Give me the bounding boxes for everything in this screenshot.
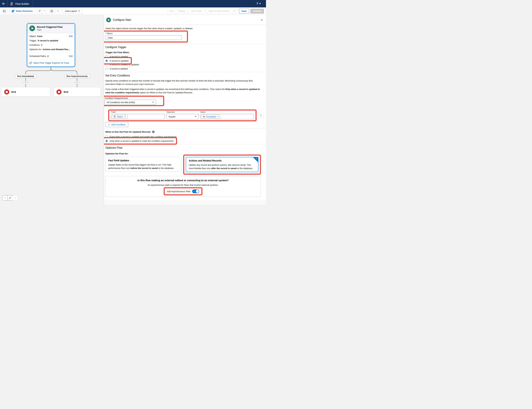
add-element-button-immediate[interactable]: + [24,81,28,84]
annotation-box-add-async-path: Add Asynchronous Path ✓ [164,187,202,195]
end-node-immediate[interactable]: End [1,87,50,96]
undo-button[interactable]: ↶ [37,9,42,14]
conditions-row-label: Conditions: [29,43,40,47]
condition-value-group: Value Aa Escalated ✕ [200,111,254,119]
undo-icon: ↶ [39,9,41,13]
start-node-object-row: Object:Case Edit [29,34,73,38]
when-to-run-options: Every time a record is updated and meets… [105,135,264,145]
disable-elements-button[interactable] [49,9,54,14]
field-pill: Status ✕ [112,115,127,119]
plus-icon: + [108,123,110,126]
header-divider [33,0,33,7]
entry-conditions-heading: Set Entry Conditions [105,74,264,77]
entry-conditions-paragraph-2: If you create a flow that's triggered wh… [105,88,262,94]
divider [104,44,266,44]
annotation-box-only-when-updated: Only when a record is updated to meet th… [104,137,177,145]
trigger-options: A record is created A record is updated … [105,55,264,71]
save-as-new-version-button[interactable]: Save As New Version [206,9,232,14]
scheduled-paths-value: 2 [47,54,49,58]
edit-object-link[interactable]: Edit [69,34,73,38]
help-menu[interactable]: ? [256,2,261,5]
remove-value-icon[interactable]: ✕ [217,115,219,118]
save-button[interactable]: Save [239,9,249,14]
toggle-toolbox-button[interactable] [2,9,7,14]
branch-label-run-asynchronously: Run Asynchronously [64,74,90,78]
view-tests-button[interactable]: View Tests [189,9,204,14]
card-fast-field-updates[interactable]: Fast Field Updates Update fields on the … [105,157,181,172]
toggle-check-icon: ✓ [193,190,195,193]
end-node-async[interactable]: End [54,87,101,96]
select-elements-label: Select Elements [16,10,33,12]
close-icon[interactable]: ✕ [261,18,263,22]
field-list-icon [113,116,116,118]
flow-settings-button[interactable]: ⚙ [55,9,61,14]
zoom-fit-button[interactable] [7,195,13,200]
activate-button[interactable]: Activate [250,9,264,14]
layout-select[interactable]: Auto-Layout [63,9,82,14]
back-arrow-icon [2,2,5,5]
app-title: Flow Builder [15,2,29,5]
card-title: Actions and Related Records [189,159,255,162]
flow-trigger-explorer-label: Open Flow Trigger Explorer for Case [33,61,69,65]
flow-trigger-explorer-link[interactable]: Open Flow Trigger Explorer for Case [27,60,75,66]
optimize-cards: Fast Field Updates Update fields on the … [105,157,264,175]
plus-icon: + [14,196,16,200]
run-debug-group: Run Debug [167,9,188,14]
value-combobox[interactable]: Aa Escalated ✕ [200,114,254,119]
object-input[interactable]: Case [105,35,181,40]
external-link-icon [29,62,32,64]
add-condition-button[interactable]: + Add Condition [105,122,128,127]
required-asterisk: * [105,32,106,35]
start-node-body: Object:Case Edit Trigger:A record is upd… [27,33,75,53]
help-icon: ? [256,2,258,5]
run-button[interactable]: Run [167,9,176,14]
start-node[interactable]: Record-Triggered Flow Start Object:Case … [27,23,75,67]
panel-title: Configure Start [113,19,131,21]
optimize-flow-heading: Optimize Flow [105,146,264,149]
remove-field-icon[interactable]: ✕ [124,115,126,118]
trigger-row-value: A record is updated [38,38,58,43]
field-combobox[interactable]: Status ✕ [111,114,165,119]
radio-only-when-updated[interactable]: Only when a record is updated to meet th… [105,139,174,143]
configure-trigger-heading: Configure Trigger [105,46,264,49]
zoom-in-button[interactable]: + [12,195,18,200]
field-label: Field [111,111,165,113]
delete-condition-button[interactable] [258,112,264,118]
operator-value: Equals [169,115,175,118]
card-actions-related-records[interactable]: Actions and Related Records Update any r… [186,157,258,172]
when-to-run-label: When to Run the Flow for Updated Records… [105,130,264,133]
condition-requirements-select[interactable]: All Conditions Are Met (AND) [105,100,156,105]
save-label: Save [242,10,247,12]
debug-button[interactable]: Debug [176,9,188,14]
disable-icon [50,10,53,12]
configure-start-panel: Configure Start ✕ Select the object whos… [104,15,266,204]
trigger-row-label: Trigger: [29,38,37,43]
activate-label: Activate [253,10,261,12]
flow-canvas[interactable]: Record-Triggered Flow Start Object:Case … [0,15,104,204]
start-node-header: Record-Triggered Flow Start [27,24,75,33]
field-pill-label: Status [117,115,123,118]
radio-record-updated[interactable]: A record is updated [105,59,128,63]
undo-redo-group: ↶ ↷ [37,9,47,14]
redo-button[interactable]: ↷ [42,9,47,14]
info-icon[interactable]: i [152,130,154,133]
operator-select[interactable]: Equals [167,114,198,119]
annotation-box-condition-fields: Field Status ✕ Operator Equals [108,110,257,121]
radio-icon [105,67,108,70]
external-callout-question: Is this flow making an external callout … [106,179,261,182]
radio-record-deleted[interactable]: A record is deleted [105,67,128,71]
back-button[interactable] [0,0,7,7]
save-as-dropdown-button[interactable] [232,9,237,14]
select-elements-button[interactable]: Select Elements [9,9,35,14]
edit-scheduled-paths-link[interactable]: Edit [69,54,73,58]
add-async-path-toggle[interactable]: ✓ [192,189,199,193]
add-element-button-async[interactable]: + [75,81,79,84]
canvas-zoom-controls: − + [2,195,18,200]
entry-conditions-paragraph-1: Specify entry conditions to reduce the n… [105,79,262,86]
panel-footer [104,201,266,204]
trash-icon [260,114,262,117]
panel-header: Configure Start ✕ [104,15,266,25]
select-elements-icon [12,10,15,12]
zoom-out-button[interactable]: − [2,195,8,200]
start-node-optimize-row: Optimize for:Actions and Related Rec... [29,47,73,52]
